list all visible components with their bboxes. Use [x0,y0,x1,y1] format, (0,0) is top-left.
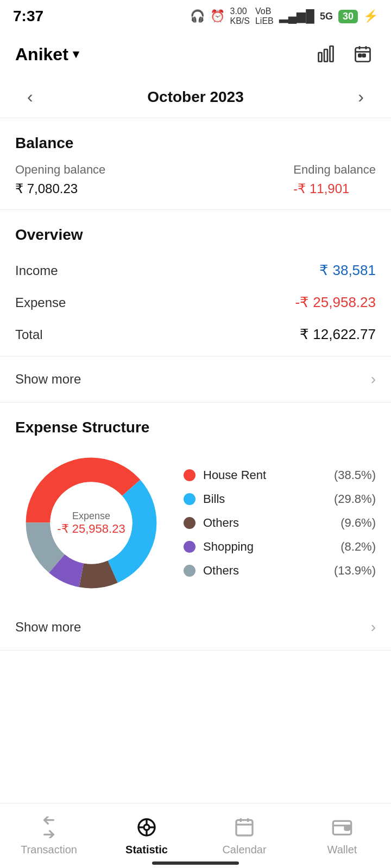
balance-grid: Opening balance ₹ 7,080.23 Ending balanc… [15,163,376,196]
legend-label: Others [203,564,326,578]
expense-structure-section: Expense Structure Expense -₹ 25, [0,403,391,604]
svg-rect-7 [359,54,362,57]
legend-pct: (13.9%) [334,564,376,578]
legend-dot [184,469,195,481]
bar-chart-icon [316,44,336,64]
opening-balance-value: ₹ 7,080.23 [15,181,105,196]
svg-rect-23 [236,820,253,835]
svg-rect-0 [319,53,322,62]
legend-item: Bills (29.8%) [184,492,376,506]
legend-item: Others (13.9%) [184,564,376,578]
speed-icon: 3.00KB/S [230,7,250,26]
legend-dot [184,493,195,505]
expense-value: -₹ 25,958.23 [295,294,376,311]
legend-dot [184,541,195,553]
nav-item-transaction[interactable]: Transaction [0,803,98,868]
status-time: 7:37 [13,8,43,25]
legend-dot [184,517,195,529]
nav-item-calendar[interactable]: Calendar [195,803,293,868]
ending-balance: Ending balance -₹ 11,901 [293,163,376,196]
bottom-navigation: Transaction Statistic Calendar [0,803,391,868]
transaction-label: Transaction [21,844,77,856]
chevron-right-icon: › [371,371,376,388]
expense-show-more-label: Show more [15,620,81,635]
ending-balance-value: -₹ 11,901 [293,181,376,196]
alarm-icon: ⏰ [210,9,225,23]
header-icons [313,41,376,67]
headphone-icon: 🎧 [190,9,205,23]
header-title[interactable]: Aniket ▾ [15,44,79,65]
vowifi-icon: VoBLiEB [255,7,274,26]
legend-pct: (29.8%) [334,492,376,506]
opening-balance-label: Opening balance [15,163,105,177]
overview-section: Overview Income ₹ 38,581 Expense -₹ 25,9… [0,210,391,356]
svg-rect-2 [330,46,333,62]
chevron-right-icon-2: › [371,618,376,636]
svg-rect-1 [324,49,327,62]
status-bar: 7:37 🎧 ⏰ 3.00KB/S VoBLiEB ▂▄▆█ 5G 30 ⚡ [0,0,391,33]
legend-dot [184,565,195,577]
legend-pct: (38.5%) [334,468,376,482]
donut-label: Expense [57,510,125,522]
wallet-icon [330,815,354,839]
total-row: Total ₹ 12,622.77 [15,318,376,350]
nav-item-statistic[interactable]: Statistic [98,803,195,868]
donut-value: -₹ 25,958.23 [57,522,125,536]
legend-label: House Rent [203,468,326,482]
total-label: Total [15,327,43,342]
svg-point-18 [144,825,149,830]
expense-legend: House Rent (38.5%) Bills (29.8%) Others … [184,468,376,578]
legend-item: House Rent (38.5%) [184,468,376,482]
overview-show-more[interactable]: Show more › [0,356,391,403]
balance-title: Balance [15,135,376,152]
header: Aniket ▾ [0,33,391,76]
transaction-icon [37,815,61,839]
total-value: ₹ 12,622.77 [300,326,376,343]
statistic-icon [135,815,159,839]
expense-show-more[interactable]: Show more › [0,604,391,650]
overview-show-more-label: Show more [15,372,81,387]
prev-month-button[interactable]: ‹ [22,87,39,107]
month-title: October 2023 [147,88,243,106]
next-month-button[interactable]: › [352,87,369,107]
nav-item-wallet[interactable]: Wallet [293,803,391,868]
expense-label: Expense [15,295,66,310]
overview-title: Overview [15,226,376,244]
legend-label: Others [203,516,333,530]
expense-row: Expense -₹ 25,958.23 [15,286,376,318]
ending-balance-label: Ending balance [293,163,376,177]
donut-chart: Expense -₹ 25,958.23 [15,447,167,599]
calendar-button[interactable] [350,41,376,67]
month-navigation: ‹ October 2023 › [0,76,391,118]
chevron-down-icon: ▾ [73,47,79,61]
wallet-label: Wallet [327,844,357,856]
income-label: Income [15,263,58,278]
signal-icon: ▂▄▆█ [279,9,314,23]
5g-icon: 5G [320,11,333,22]
battery-icon: 30 [338,10,358,23]
legend-label: Bills [203,492,326,506]
bar-chart-button[interactable] [313,41,339,67]
charging-icon: ⚡ [363,9,378,23]
legend-pct: (8.2%) [340,540,376,554]
calendar-icon [353,44,373,64]
income-value: ₹ 38,581 [319,262,376,279]
calendar-label: Calendar [222,844,266,856]
donut-center-label: Expense -₹ 25,958.23 [57,510,125,536]
legend-item: Shopping (8.2%) [184,540,376,554]
legend-item: Others (9.6%) [184,516,376,530]
statistic-label: Statistic [125,844,168,856]
status-icons: 🎧 ⏰ 3.00KB/S VoBLiEB ▂▄▆█ 5G 30 ⚡ [190,7,379,26]
balance-section: Balance Opening balance ₹ 7,080.23 Endin… [0,118,391,210]
svg-rect-8 [363,54,365,57]
home-indicator [152,861,239,865]
income-row: Income ₹ 38,581 [15,254,376,286]
user-name: Aniket [15,44,68,65]
legend-label: Shopping [203,540,333,554]
calendar-nav-icon [232,815,256,839]
opening-balance: Opening balance ₹ 7,080.23 [15,163,105,196]
chart-legend-container: Expense -₹ 25,958.23 House Rent (38.5%) … [15,447,376,599]
expense-structure-title: Expense Structure [15,419,376,436]
legend-pct: (9.6%) [340,516,376,530]
